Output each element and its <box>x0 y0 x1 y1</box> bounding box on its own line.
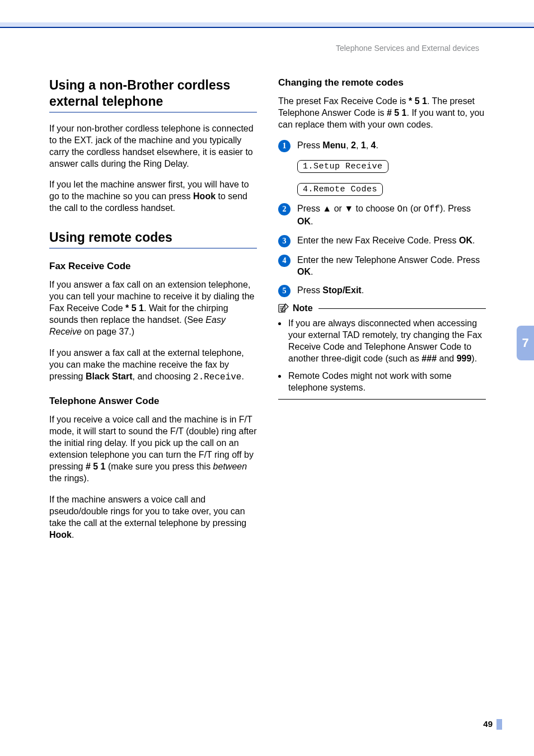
text: ). <box>471 354 477 363</box>
note-item: Remote Codes might not work with some te… <box>287 370 486 393</box>
mono-off: Off <box>424 204 440 214</box>
code-text: # 5 1 <box>86 462 106 471</box>
text: , <box>356 140 361 150</box>
mono-on: On <box>397 204 407 214</box>
key-1: 1 <box>361 140 366 150</box>
black-start-key: Black Start <box>86 372 133 381</box>
text: . <box>311 267 313 276</box>
down-arrow-icon: ▼ <box>344 204 353 213</box>
mono-text: 2.Receive <box>193 372 241 382</box>
step-5: 5 Press Stop/Exit. <box>278 284 486 297</box>
text: , <box>366 140 371 150</box>
step-badge-4: 4 <box>278 255 291 267</box>
text: Press <box>297 285 322 295</box>
step-badge-5: 5 <box>278 285 291 297</box>
running-header: Telephone Services and External devices <box>336 44 479 53</box>
code-hash: ### <box>421 354 437 363</box>
note-pencil-icon <box>278 303 289 314</box>
section-rule <box>49 248 257 248</box>
section-heading-remote-codes: Using remote codes <box>49 229 257 246</box>
up-arrow-icon: ▲ <box>322 204 331 213</box>
text: . <box>472 236 475 245</box>
text: . <box>72 530 74 539</box>
menu-key: Menu <box>322 140 346 150</box>
text: . <box>311 217 313 226</box>
text: (make sure you press this <box>106 462 213 471</box>
step-1: 1 Press Menu, 2, 1, 4. <box>278 139 486 152</box>
text: . <box>362 285 364 295</box>
key-2: 2 <box>351 140 356 150</box>
paragraph: If you receive a voice call and the mach… <box>49 414 257 485</box>
text: . <box>241 372 243 381</box>
step-badge-3: 3 <box>278 235 291 247</box>
paragraph: If you let the machine answer first, you… <box>49 179 257 214</box>
lcd-display: 4.Remote Codes <box>297 183 383 196</box>
note-item: If you are always disconnected when acce… <box>287 317 486 364</box>
paragraph: If you answer a fax call at the external… <box>49 347 257 383</box>
paragraph: If your non-brother cordless telephone i… <box>49 123 257 170</box>
note-end-rule <box>278 399 486 400</box>
note-header: Note <box>278 303 486 314</box>
paragraph: If the machine answers a voice call and … <box>49 494 257 541</box>
note-rule <box>318 308 486 309</box>
code-text: # 5 1 <box>387 108 407 118</box>
page-content: Using a non-Brother cordless external te… <box>49 77 486 550</box>
text: Press <box>297 204 322 213</box>
text: . <box>376 140 378 150</box>
stop-exit-key: Stop/Exit <box>322 285 361 295</box>
hook-key: Hook <box>49 530 72 539</box>
paragraph: If you answer a fax call on an extension… <box>49 279 257 338</box>
text: or <box>331 204 344 213</box>
ok-key: OK <box>297 267 311 276</box>
header-accent-bar <box>0 22 534 28</box>
page-number-tab <box>496 719 502 730</box>
left-column: Using a non-Brother cordless external te… <box>49 77 257 550</box>
subheading-fax-receive: Fax Receive Code <box>49 261 257 272</box>
text: Enter the new Fax Receive Code. Press <box>297 236 459 245</box>
lcd-display: 1.Setup Receive <box>297 160 388 173</box>
text: Enter the new Telephone Answer Code. Pre… <box>297 255 480 265</box>
ok-key: OK <box>297 217 311 226</box>
text: on page 37.) <box>82 327 134 336</box>
step-badge-1: 1 <box>278 140 291 152</box>
step-2: 2 Press ▲ or ▼ to choose On (or Off). Pr… <box>278 203 486 227</box>
section-rule <box>49 112 257 112</box>
step-text: Enter the new Fax Receive Code. Press OK… <box>297 234 486 246</box>
code-text: * 5 1 <box>125 303 144 313</box>
section-heading-cordless: Using a non-Brother cordless external te… <box>49 77 257 110</box>
step-3: 3 Enter the new Fax Receive Code. Press … <box>278 234 486 247</box>
text: The preset Fax Receive Code is <box>278 96 409 106</box>
hook-key: Hook <box>193 191 216 201</box>
text: Press <box>297 140 322 150</box>
key-4: 4 <box>371 140 376 150</box>
step-text: Press Stop/Exit. <box>297 284 486 296</box>
step-text: Press ▲ or ▼ to choose On (or Off). Pres… <box>297 203 486 227</box>
subheading-tel-answer: Telephone Answer Code <box>49 396 257 407</box>
text: ). Press <box>440 204 471 213</box>
text: , <box>346 140 351 150</box>
note-list: If you are always disconnected when acce… <box>278 317 486 394</box>
chapter-tab: 7 <box>517 326 534 360</box>
text: to choose <box>353 204 397 213</box>
step-4: 4 Enter the new Telephone Answer Code. P… <box>278 254 486 278</box>
between-italic: between <box>213 462 247 471</box>
step-badge-2: 2 <box>278 203 291 215</box>
text: (or <box>408 204 424 213</box>
text: and <box>437 354 457 363</box>
note-label: Note <box>293 303 313 313</box>
ok-key: OK <box>459 236 472 245</box>
page-number: 49 <box>483 719 493 729</box>
text: , and choosing <box>133 372 194 381</box>
code-text: * 5 1 <box>409 96 427 106</box>
step-text: Enter the new Telephone Answer Code. Pre… <box>297 254 486 278</box>
step-text: Press Menu, 2, 1, 4. <box>297 139 486 151</box>
text: If the machine answers a voice call and … <box>49 495 246 528</box>
text: the rings). <box>49 473 89 483</box>
code-999: 999 <box>457 354 472 363</box>
paragraph: The preset Fax Receive Code is * 5 1. Th… <box>278 95 486 130</box>
subheading-changing-codes: Changing the remote codes <box>278 77 486 88</box>
right-column: Changing the remote codes The preset Fax… <box>278 77 486 550</box>
